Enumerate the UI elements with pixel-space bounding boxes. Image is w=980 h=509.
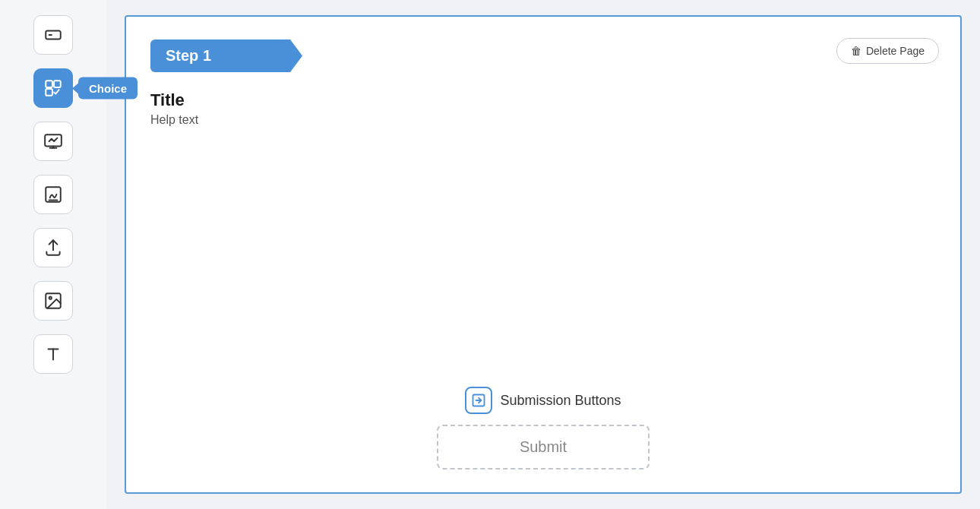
help-text: Help text <box>150 113 936 127</box>
sidebar-item-image[interactable] <box>33 281 73 321</box>
title-section: Title Help text <box>150 90 936 127</box>
submission-icon <box>465 387 492 414</box>
main-area: Step 1 🗑 Delete Page Title Help text <box>106 0 980 509</box>
step-badge-label: Step 1 <box>166 47 211 65</box>
svg-rect-2 <box>46 81 52 87</box>
submission-area: Submission Buttons Submit <box>150 387 936 469</box>
delete-page-label: Delete Page <box>866 45 925 57</box>
sidebar-item-text[interactable] <box>33 334 73 374</box>
trash-icon: 🗑 <box>851 45 861 57</box>
page-title: Title <box>150 90 936 110</box>
sidebar-item-display[interactable] <box>33 122 73 161</box>
svg-rect-3 <box>54 81 61 87</box>
delete-page-button[interactable]: 🗑 Delete Page <box>836 38 939 64</box>
sidebar-item-signature[interactable] <box>33 175 73 214</box>
submission-label-row: Submission Buttons <box>465 387 621 414</box>
svg-point-10 <box>49 297 52 299</box>
sidebar: Choice <box>0 0 106 509</box>
sidebar-item-choice[interactable]: Choice <box>33 68 73 108</box>
canvas: Step 1 🗑 Delete Page Title Help text <box>125 15 962 494</box>
svg-rect-4 <box>46 89 52 96</box>
svg-rect-0 <box>46 31 61 40</box>
choice-tooltip: Choice <box>78 77 138 100</box>
submission-buttons-label: Submission Buttons <box>500 393 621 409</box>
submit-button[interactable]: Submit <box>437 425 650 469</box>
sidebar-item-form-field[interactable] <box>33 15 73 55</box>
sidebar-item-upload[interactable] <box>33 228 73 267</box>
step-badge: Step 1 <box>150 40 302 72</box>
